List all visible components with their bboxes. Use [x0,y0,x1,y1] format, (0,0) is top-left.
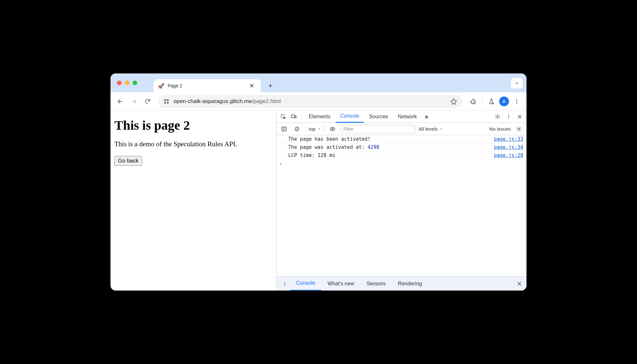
devices-icon [291,114,297,120]
close-icon [517,114,522,119]
devtools-tabs: Elements Console Sources Network » [277,110,526,123]
svg-rect-1 [167,99,169,101]
profile-avatar[interactable]: B [499,97,509,106]
gear-icon [516,126,522,132]
site-settings-icon[interactable] [163,98,170,105]
close-icon [517,281,522,286]
drawer-tab-console[interactable]: Console [290,277,321,291]
console-row: The page was activated at: 4298 page.js:… [277,143,526,151]
chrome-menu-button[interactable] [511,96,523,107]
clear-console-button[interactable] [292,124,302,134]
gear-icon [495,114,500,120]
devtools-panel: Elements Console Sources Network » [276,110,526,291]
live-expression-button[interactable] [328,124,337,134]
tab-console[interactable]: Console [336,110,364,123]
console-output: The page has been activated! page.js:33 … [277,135,526,276]
tab-favicon-rocket-icon: 🚀 [158,83,164,89]
svg-point-18 [518,128,520,130]
svg-point-14 [508,117,509,118]
console-settings-button[interactable] [514,124,524,134]
tab-network[interactable]: Network [393,110,422,123]
console-row: LCP time: 128 ms page.js:20 [277,151,526,160]
page-content: This is page 2 This is a demo of the Spe… [110,110,276,291]
device-toggle-button[interactable] [289,112,299,122]
close-drawer-button[interactable] [515,280,523,288]
console-source-link[interactable]: page.js:34 [494,144,523,150]
dots-vertical-icon [506,114,511,120]
toggle-sidebar-button[interactable] [279,124,289,134]
console-source-link[interactable]: page.js:20 [494,152,523,158]
more-tabs-button[interactable]: » [422,113,431,120]
svg-point-5 [516,99,517,100]
page-heading: This is page 2 [114,118,272,133]
svg-point-13 [508,116,509,117]
back-button[interactable] [114,96,126,107]
caret-down-icon [318,127,321,131]
separator [324,126,324,132]
svg-point-4 [492,102,493,104]
devtools-menu-button[interactable] [504,112,514,122]
svg-point-7 [516,102,517,103]
svg-point-20 [284,283,285,284]
close-devtools-button[interactable] [515,112,525,122]
svg-point-19 [284,282,285,282]
svg-rect-10 [295,116,296,118]
drawer-tab-sensors[interactable]: Sensors [361,277,392,291]
labs-button[interactable] [486,96,497,107]
svg-point-3 [167,102,169,103]
console-message: The page has been activated! [288,136,489,142]
url-text: open-chalk-asparagus.glitch.me/page2.htm… [174,98,281,105]
tab-elements[interactable]: Elements [304,110,335,123]
titlebar: 🚀 Page 2 ✕ + [110,73,526,92]
browser-toolbar: open-chalk-asparagus.glitch.me/page2.htm… [110,92,526,110]
tab-title: Page 2 [168,83,247,88]
reload-button[interactable] [142,96,153,107]
devtools-settings-button[interactable] [493,112,502,122]
tab-sources[interactable]: Sources [364,110,393,123]
reload-icon [144,98,151,105]
context-selector[interactable]: top [309,126,321,132]
address-bar[interactable]: open-chalk-asparagus.glitch.me/page2.htm… [158,95,462,108]
svg-rect-15 [282,127,286,131]
flask-icon [488,98,495,105]
dots-vertical-icon [282,281,287,287]
bookmark-button[interactable] [450,98,457,105]
chevron-down-icon [514,81,519,85]
svg-point-11 [497,116,499,117]
drawer-tab-whatsnew[interactable]: What's new [322,277,360,291]
extensions-button[interactable] [467,96,479,107]
drawer-tab-rendering[interactable]: Rendering [392,277,428,291]
page-description: This is a demo of the Speculation Rules … [114,140,272,148]
console-message: The page was activated at: 4298 [288,144,489,150]
svg-rect-0 [164,99,166,101]
forward-button[interactable] [128,96,140,107]
go-back-button[interactable]: Go back [114,156,142,166]
clear-icon [294,126,300,132]
inspect-element-button[interactable] [279,112,288,122]
arrow-left-icon [117,98,124,105]
puzzle-icon [470,98,476,105]
minimize-window-button[interactable] [125,81,129,85]
console-prompt[interactable]: › [277,160,526,168]
dots-vertical-icon [514,98,520,104]
close-tab-button[interactable]: ✕ [247,82,256,90]
console-row: The page has been activated! page.js:33 [277,135,526,143]
issues-status[interactable]: No Issues [489,126,511,132]
console-filter-input[interactable] [341,125,415,133]
devtools-drawer: Console What's new Sensors Rendering [277,276,526,291]
separator [301,113,302,120]
drawer-menu-button[interactable] [280,279,290,289]
svg-point-17 [332,128,333,130]
star-icon [450,98,457,105]
console-toolbar: top All levels No Issues [277,123,526,135]
console-source-link[interactable]: page.js:33 [494,136,523,142]
browser-tab[interactable]: 🚀 Page 2 ✕ [153,79,261,92]
fullscreen-window-button[interactable] [133,81,137,85]
inspect-icon [280,114,286,120]
svg-rect-9 [292,115,295,117]
search-tabs-button[interactable] [511,78,523,88]
log-levels-selector[interactable]: All levels [419,126,443,132]
close-window-button[interactable] [117,81,122,85]
new-tab-button[interactable]: + [265,81,276,91]
browser-window: 🚀 Page 2 ✕ + open-chalk-asparagus.glitch… [110,73,526,291]
